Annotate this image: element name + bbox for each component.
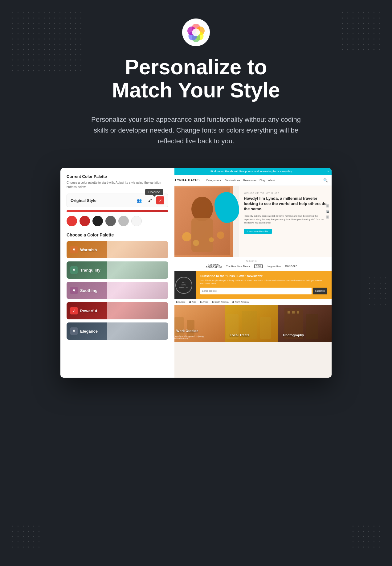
panel-title: Current Color Palette <box>67 174 168 179</box>
region-asia-dot <box>189 301 191 303</box>
region-europe-label: Europe <box>178 301 186 303</box>
facebook-icon[interactable]: f <box>326 215 329 219</box>
svg-rect-24 <box>288 311 290 314</box>
swatch-red-bright[interactable] <box>67 216 77 226</box>
swatch-red-dark[interactable] <box>80 216 90 226</box>
site-nav-links: Categories ▾ Destinations Resources Blog… <box>206 179 323 182</box>
region-africa[interactable]: Africa <box>200 301 208 303</box>
nav-destinations[interactable]: Destinations <box>225 179 240 182</box>
svg-point-12 <box>209 237 214 242</box>
svg-point-8 <box>191 197 213 221</box>
press-guardian: theguardian <box>267 265 281 267</box>
palette-warmish-name: Warmish <box>80 248 97 252</box>
swatch-black[interactable] <box>92 216 103 226</box>
search-icon[interactable]: 🔍 <box>323 178 328 183</box>
press-monocle: MONOCLE <box>285 265 297 267</box>
badge-circle: JUSTLOVETRAVELLING <box>175 277 192 294</box>
palette-tranquility-letter: A <box>70 266 78 274</box>
newsletter-content: Subscribe to the "Links I Love" Newslett… <box>196 271 332 299</box>
card-work-outside-label: Work Outside <box>174 326 204 335</box>
hero-heading: Howdy! I'm Lynda, a millennial traveler … <box>244 196 327 212</box>
card-local-treats[interactable]: Local Treats <box>225 305 278 342</box>
svg-rect-20 <box>260 317 271 339</box>
style-name-label: Original Style <box>71 198 96 203</box>
colored-tooltip: Colored <box>145 189 163 195</box>
swatch-white[interactable] <box>131 216 142 226</box>
app-logo <box>182 18 210 46</box>
palette-elegance[interactable]: A Elegance <box>67 322 168 340</box>
as-seen-label: As Seen In: <box>176 260 327 262</box>
hero-cta-button[interactable]: Learn More About Me <box>244 229 272 234</box>
palette-soothing-label: A Soothing <box>67 282 107 299</box>
region-asia-label: Asia <box>192 301 196 303</box>
newsletter-subscribe-button[interactable]: Subscribe <box>313 288 327 294</box>
palette-soothing-letter: A <box>70 287 78 294</box>
palette-powerful-check: ✓ <box>70 307 78 314</box>
nav-resources[interactable]: Resources <box>243 179 256 182</box>
svg-rect-25 <box>292 311 295 314</box>
nav-categories[interactable]: Categories ▾ <box>206 179 222 182</box>
newsletter-email-input[interactable] <box>200 288 312 294</box>
panel-divider <box>171 168 171 378</box>
color-range-bar <box>67 210 168 212</box>
nav-about[interactable]: About <box>268 179 276 182</box>
card-work-outside[interactable]: Work Outside Happily on-the-go and enjoy… <box>171 305 225 342</box>
swatch-gray-dark[interactable] <box>105 216 116 226</box>
region-europe[interactable]: Europe <box>176 301 186 303</box>
site-logo: LYNDA HAYES <box>175 178 200 182</box>
hero-para: I recently quit my corporate job to trav… <box>244 214 327 225</box>
instagram-icon[interactable]: 📷 <box>326 210 329 213</box>
press-nyt: The New York Times <box>226 265 250 267</box>
region-north-america[interactable]: North America <box>232 301 249 303</box>
style-icon-check[interactable]: ✓ <box>156 196 164 204</box>
newsletter-desc: Join 7000+ people who get not only notif… <box>200 279 327 285</box>
style-icon-buttons: 👥 🖌 ✓ <box>135 196 164 204</box>
newsletter-form: Subscribe <box>200 288 327 294</box>
region-north-america-dot <box>232 301 234 303</box>
topbar-text: Find me on Facebook! New photos and inte… <box>210 170 292 173</box>
color-swatches <box>67 216 168 226</box>
palette-soothing-name: Soothing <box>80 288 97 293</box>
palette-powerful[interactable]: ✓ Powerful <box>67 302 168 319</box>
style-icon-people[interactable]: 👥 <box>135 196 143 204</box>
press-natgeo: NATIONALGEOGRAPHIC <box>206 264 222 268</box>
dot-group-bottom-left <box>12 526 39 548</box>
swatch-gray-light[interactable] <box>118 216 129 226</box>
palette-tranquility[interactable]: A Tranquility <box>67 261 168 279</box>
style-icon-brush[interactable]: 🖌 <box>146 196 154 204</box>
palette-warmish-label: A Warmish <box>67 241 107 258</box>
twitter-icon[interactable]: 𝕏 <box>326 204 329 207</box>
palette-elegance-label: A Elegance <box>67 322 107 340</box>
region-north-america-label: North America <box>235 301 249 303</box>
site-topbar: Find me on Facebook! New photos and inte… <box>171 168 332 175</box>
region-europe-dot <box>176 301 178 303</box>
svg-point-13 <box>217 232 224 239</box>
region-filters: Europe Asia Africa South America North A… <box>171 299 332 305</box>
palette-soothing[interactable]: A Soothing <box>67 282 168 299</box>
as-seen-in-section: As Seen In: NATIONALGEOGRAPHIC The New Y… <box>171 257 332 271</box>
palette-elegance-letter: A <box>70 327 78 335</box>
bottom-cards: Work Outside Happily on-the-go and enjoy… <box>171 305 332 342</box>
region-south-america-label: South America <box>214 301 229 303</box>
topbar-close[interactable]: × <box>327 170 329 173</box>
region-south-america[interactable]: South America <box>212 301 229 303</box>
palette-warmish[interactable]: A Warmish <box>67 241 168 258</box>
dot-group-bottom-right <box>353 526 380 548</box>
press-bbc: BBC <box>254 265 263 268</box>
newsletter-section: JUSTLOVETRAVELLING Subscribe to the "Lin… <box>171 271 332 299</box>
welcome-label: WELCOME TO MY BLOG <box>244 192 327 194</box>
page-headline: Personalize to Match Your Style <box>112 55 280 102</box>
newsletter-badge: JUSTLOVETRAVELLING <box>171 271 196 299</box>
region-asia[interactable]: Asia <box>189 301 196 303</box>
main-content: Personalize to Match Your Style Personal… <box>0 0 392 402</box>
site-nav: LYNDA HAYES Categories ▾ Destinations Re… <box>171 175 332 186</box>
card-photography-label: Photography <box>281 331 307 339</box>
card-photography[interactable]: Photography <box>278 305 332 342</box>
screenshot-composite: Current Color Palette Choose a color pal… <box>60 168 332 378</box>
press-logos: NATIONALGEOGRAPHIC The New York Times BB… <box>176 264 327 268</box>
palette-warmish-letter: A <box>70 246 78 253</box>
nav-blog[interactable]: Blog <box>259 179 265 182</box>
region-africa-dot <box>200 301 202 303</box>
social-icons: 𝕏 📷 f <box>326 204 329 219</box>
palette-tranquility-label: A Tranquility <box>67 261 107 279</box>
